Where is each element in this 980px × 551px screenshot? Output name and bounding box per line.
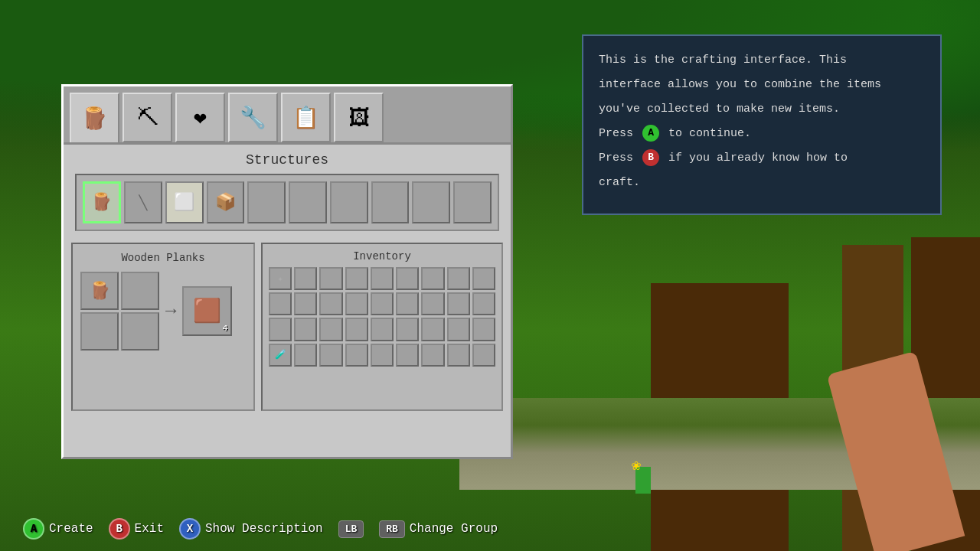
inv-slot-1[interactable] (294, 267, 317, 290)
inv-slot-6[interactable] (421, 267, 444, 290)
show-desc-action[interactable]: X Show Description (179, 518, 323, 540)
inv-slot-2[interactable] (319, 267, 342, 290)
recipe-slot-0[interactable]: 🪵 (80, 272, 119, 310)
struct-slot-7[interactable] (371, 181, 410, 223)
inv-slot-8[interactable] (472, 267, 495, 290)
create-action[interactable]: A Create (23, 518, 93, 540)
inv-slot-23[interactable] (396, 318, 419, 341)
inv-slot-16[interactable] (447, 292, 470, 315)
bottom-section: Wooden Planks 🪵 → 🟫 4 Inventory (71, 243, 503, 411)
tab-structures[interactable]: 🪵 (70, 93, 119, 142)
inv-slot-32[interactable] (396, 344, 419, 367)
inv-slot-25[interactable] (447, 318, 470, 341)
inv-slot-17[interactable] (472, 292, 495, 315)
crafting-panel: 🪵 ⛏ ❤️ 🔧 📋 🖼 Structures 🪵 ╲ ⬜ 📦 Wooden P… (61, 84, 513, 459)
tab-frame[interactable]: 🖼 (334, 93, 384, 142)
inv-slot-7[interactable] (447, 267, 470, 290)
inv-slot-35[interactable] (472, 344, 495, 367)
inv-slot-28[interactable] (294, 344, 317, 367)
struct-slot-8[interactable] (412, 181, 450, 223)
inv-slot-3[interactable] (345, 267, 368, 290)
recipe-slot-1[interactable] (121, 272, 159, 310)
inv-slot-26[interactable] (472, 318, 495, 341)
inv-slot-29[interactable] (319, 344, 342, 367)
x-button: X (179, 518, 201, 540)
tooltip-line4: Press A to continue. (599, 125, 925, 143)
b-button: B (109, 518, 130, 540)
inventory-title: Inventory (269, 250, 495, 262)
struct-slot-4[interactable] (247, 181, 286, 223)
tooltip-line2: interface allows you to combine the item… (599, 76, 925, 94)
flower (635, 467, 651, 494)
struct-slot-2[interactable]: ⬜ (165, 181, 204, 223)
inv-slot-14[interactable] (396, 292, 419, 315)
inv-slot-15[interactable] (421, 292, 444, 315)
inv-slot-12[interactable] (345, 292, 368, 315)
tab-health[interactable]: ❤️ (175, 93, 225, 142)
recipe-slot-2[interactable] (80, 312, 119, 350)
change-group-label: Change Group (410, 522, 498, 536)
tooltip-line3: you've collected to make new items. (599, 100, 925, 119)
inv-slot-19[interactable] (294, 318, 317, 341)
inv-slot-9[interactable] (269, 292, 292, 315)
recipe-panel: Wooden Planks 🪵 → 🟫 4 (71, 243, 255, 411)
button-bar: A Create B Exit X Show Description LB RB… (23, 518, 498, 540)
a-button-icon: A (642, 125, 659, 142)
inv-slot-5[interactable] (396, 267, 419, 290)
inv-slot-20[interactable] (319, 318, 342, 341)
recipe-area: 🪵 → 🟫 4 (80, 272, 246, 350)
inv-slot-31[interactable] (371, 344, 394, 367)
tab-crafting[interactable]: ⛏ (122, 93, 172, 142)
inventory-grid: ✦ (269, 267, 495, 367)
tooltip-line6: craft. (599, 174, 925, 192)
inv-slot-34[interactable] (447, 344, 470, 367)
lb-button: LB (338, 520, 364, 538)
inv-slot-24[interactable] (421, 318, 444, 341)
struct-slot-5[interactable] (289, 181, 327, 223)
lb-action[interactable]: LB (338, 520, 364, 538)
inventory-panel: Inventory ✦ (261, 243, 503, 411)
recipe-slot-3[interactable] (121, 312, 159, 350)
tooltip-panel: This is the crafting interface. This int… (582, 34, 942, 215)
struct-slot-9[interactable] (453, 181, 492, 223)
inv-slot-33[interactable] (421, 344, 444, 367)
tooltip-line5: Press B if you already know how to (599, 149, 925, 168)
structures-section: Structures 🪵 ╲ ⬜ 📦 (64, 145, 511, 239)
result-icon: 🟫 (193, 297, 221, 325)
inv-slot-21[interactable] (345, 318, 368, 341)
exit-action[interactable]: B Exit (109, 518, 164, 540)
recipe-arrow: → (165, 301, 176, 321)
inv-slot-22[interactable] (371, 318, 394, 341)
inv-slot-4[interactable] (371, 267, 394, 290)
struct-slot-3[interactable]: 📦 (207, 181, 245, 223)
tooltip-line1: This is the crafting interface. This (599, 51, 925, 70)
struct-slot-1[interactable]: ╲ (124, 181, 162, 223)
tab-anvil[interactable]: 🔧 (228, 93, 278, 142)
recipe-grid: 🪵 (80, 272, 159, 350)
result-count: 4 (223, 324, 228, 333)
tab-bar: 🪵 ⛏ ❤️ 🔧 📋 🖼 (64, 86, 511, 145)
b-button-icon: B (642, 149, 659, 166)
recipe-title: Wooden Planks (80, 252, 246, 264)
a-button: A (23, 518, 44, 540)
inv-slot-27[interactable]: 🧪 (269, 344, 292, 367)
show-desc-label: Show Description (205, 522, 323, 536)
tab-chest[interactable]: 📋 (281, 93, 331, 142)
create-label: Create (49, 522, 93, 536)
structures-grid: 🪵 ╲ ⬜ 📦 (75, 174, 499, 231)
rb-button: RB (379, 520, 405, 538)
recipe-result[interactable]: 🟫 4 (182, 286, 232, 336)
inv-slot-30[interactable] (345, 344, 368, 367)
struct-slot-6[interactable] (330, 181, 368, 223)
exit-label: Exit (135, 522, 164, 536)
structures-title: Structures (75, 152, 499, 168)
rb-action[interactable]: RB Change Group (379, 520, 498, 538)
inv-slot-18[interactable] (269, 318, 292, 341)
inv-slot-13[interactable] (371, 292, 394, 315)
inv-slot-11[interactable] (319, 292, 342, 315)
struct-slot-0[interactable]: 🪵 (83, 181, 121, 223)
inv-slot-10[interactable] (294, 292, 317, 315)
inv-slot-0[interactable]: ✦ (269, 267, 292, 290)
